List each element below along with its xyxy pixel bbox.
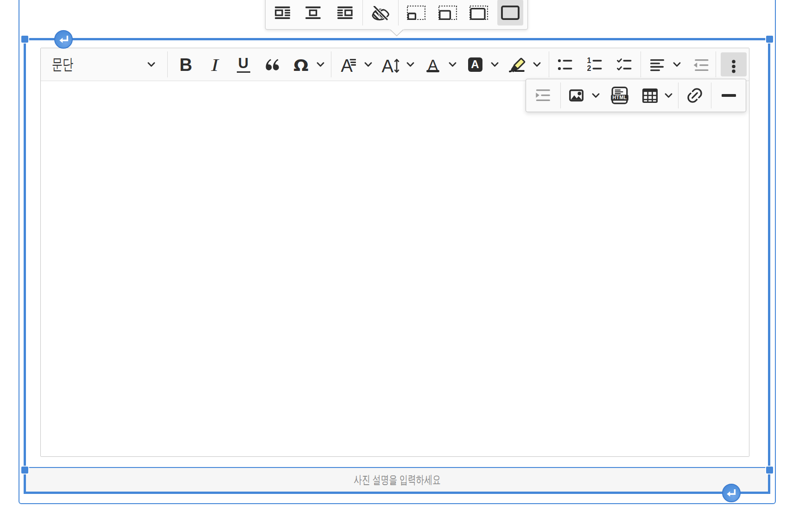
caption-placeholder: 사진 설명을 입력하세요 (354, 472, 440, 487)
todo-list-button[interactable] (611, 52, 637, 76)
chevron-down-icon (665, 93, 672, 98)
svg-text:2: 2 (587, 64, 591, 72)
numbered-list-icon: 1 2 (587, 57, 602, 72)
font-family-icon: A (342, 57, 356, 71)
image-size-large-icon (469, 6, 488, 20)
image-options-balloon-toolbar (265, 0, 528, 30)
insert-paragraph-after-button[interactable] (722, 484, 741, 502)
special-characters-dropdown[interactable]: Ω (288, 52, 327, 76)
chevron-zone (446, 62, 459, 67)
bold-icon: B (179, 55, 192, 75)
indent-icon (536, 89, 550, 101)
resize-handle-top-left[interactable] (21, 36, 28, 43)
embedded-editor-content-area (41, 82, 749, 456)
underline-icon: U (237, 56, 250, 73)
horizontal-line-button[interactable] (716, 83, 742, 107)
toolbar-separator (167, 51, 168, 77)
hide-image-icon (371, 6, 390, 21)
icon-zone (644, 58, 670, 70)
chevron-down-icon (491, 62, 499, 67)
image-size-original-icon (501, 6, 520, 20)
special-characters-icon: Ω (293, 56, 308, 75)
bulleted-list-icon (558, 58, 572, 71)
toolbar-separator (549, 51, 549, 77)
bulleted-list-button[interactable] (552, 52, 578, 76)
font-color-swatch-bar (426, 70, 439, 72)
image-size-original-button[interactable] (497, 0, 523, 25)
return-arrow-icon (59, 36, 69, 43)
font-family-dropdown[interactable]: A (336, 52, 374, 76)
chevron-down-icon (592, 93, 600, 98)
font-color-dropdown[interactable]: A (420, 52, 459, 76)
underline-letter: U (238, 56, 248, 70)
show-more-items-button[interactable] (721, 52, 747, 76)
resize-handle-bottom-right[interactable] (766, 467, 773, 474)
toolbar-separator (711, 82, 711, 108)
chevron-down-icon (317, 62, 324, 67)
image-align-right-button[interactable] (332, 0, 358, 25)
resize-handle-top-right[interactable] (766, 36, 773, 43)
outdent-button[interactable] (688, 52, 714, 76)
toolbar-separator (716, 51, 716, 77)
image-size-medium-button[interactable] (435, 0, 461, 25)
resize-handle-bottom-left[interactable] (21, 467, 28, 474)
link-button[interactable] (682, 83, 708, 107)
link-icon (687, 87, 702, 104)
chevron-zone (314, 62, 327, 67)
icon-zone: A (378, 57, 404, 71)
font-color-icon: A (426, 57, 439, 72)
image-size-large-button[interactable] (466, 0, 492, 25)
insert-image-dropdown[interactable] (563, 83, 602, 107)
image-align-left-button[interactable] (269, 0, 295, 25)
html-embed-button[interactable]: HTML (607, 83, 633, 107)
indent-button[interactable] (530, 83, 556, 107)
chevron-zone (589, 93, 602, 98)
toolbar-separator (678, 82, 679, 108)
image-size-small-button[interactable] (403, 0, 429, 25)
image-align-right-icon (337, 6, 353, 19)
toolbar-separator (331, 51, 331, 77)
bold-button[interactable]: B (173, 52, 199, 76)
chevron-zone (404, 62, 417, 67)
image-align-center-button[interactable] (300, 0, 326, 25)
icon-zone (637, 88, 663, 103)
align-left-icon (650, 59, 664, 71)
horizontal-line-icon (722, 94, 736, 97)
font-background-color-dropdown[interactable]: A (462, 52, 501, 76)
icon-zone (504, 56, 530, 73)
hide-image-button[interactable] (368, 0, 393, 25)
return-arrow-icon (726, 489, 736, 497)
chevron-zone (663, 93, 675, 98)
todo-list-icon (617, 58, 632, 71)
underline-bar (237, 71, 250, 73)
font-size-icon: A (382, 58, 400, 72)
icon-zone: Ω (288, 55, 314, 74)
text-alignment-dropdown[interactable] (644, 52, 683, 76)
chevron-zone (488, 62, 501, 67)
chevron-down-icon (364, 62, 372, 67)
outdent-icon (693, 59, 709, 71)
block-quote-button[interactable] (259, 52, 285, 76)
highlight-dropdown[interactable] (504, 52, 543, 76)
three-dots-vertical-icon (732, 60, 736, 73)
balloon-caret (389, 29, 404, 37)
font-size-dropdown[interactable]: A (378, 52, 417, 76)
insert-table-dropdown[interactable] (637, 83, 675, 107)
icon-zone: A (420, 57, 446, 72)
image-caption-field[interactable]: 사진 설명을 입력하세요 (26, 467, 768, 492)
italic-button[interactable]: I (202, 52, 228, 76)
underline-button[interactable]: U (230, 52, 256, 76)
numbered-list-button[interactable]: 1 2 (582, 52, 608, 76)
highlight-icon (509, 57, 526, 73)
editor-page: 문단 B I U (0, 0, 812, 518)
toolbar-separator (362, 0, 363, 25)
icon-zone (563, 89, 589, 101)
svg-text:HTML: HTML (613, 95, 627, 100)
heading-dropdown[interactable]: 문단 (46, 52, 160, 76)
chevron-zone (362, 62, 374, 67)
chevron-down-icon (533, 62, 541, 67)
insert-paragraph-before-button[interactable] (54, 30, 73, 49)
image-align-center-icon (305, 6, 321, 19)
icon-zone: A (336, 57, 362, 71)
font-size-letter: A (382, 57, 393, 75)
